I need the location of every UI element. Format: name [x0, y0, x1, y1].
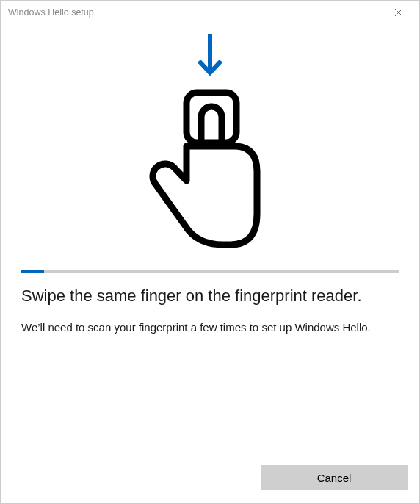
- dialog-content: Swipe the same finger on the fingerprint…: [1, 24, 419, 465]
- progress-fill: [21, 270, 44, 273]
- progress-bar: [21, 270, 399, 273]
- instruction-subtext: We’ll need to scan your fingerprint a fe…: [21, 320, 399, 335]
- instruction-heading: Swipe the same finger on the fingerprint…: [21, 286, 399, 307]
- titlebar: Windows Hello setup: [1, 1, 419, 24]
- arrow-down-icon: [192, 30, 228, 82]
- close-button[interactable]: [384, 1, 413, 24]
- svg-rect-3: [187, 93, 236, 143]
- fingerprint-illustration: [21, 24, 399, 267]
- close-icon: [394, 8, 403, 17]
- finger-touch-icon: [137, 82, 283, 258]
- window-title: Windows Hello setup: [8, 7, 384, 18]
- dialog-footer: Cancel: [1, 465, 419, 503]
- dialog-window: Windows Hello setup: [0, 0, 420, 504]
- cancel-button[interactable]: Cancel: [261, 465, 408, 490]
